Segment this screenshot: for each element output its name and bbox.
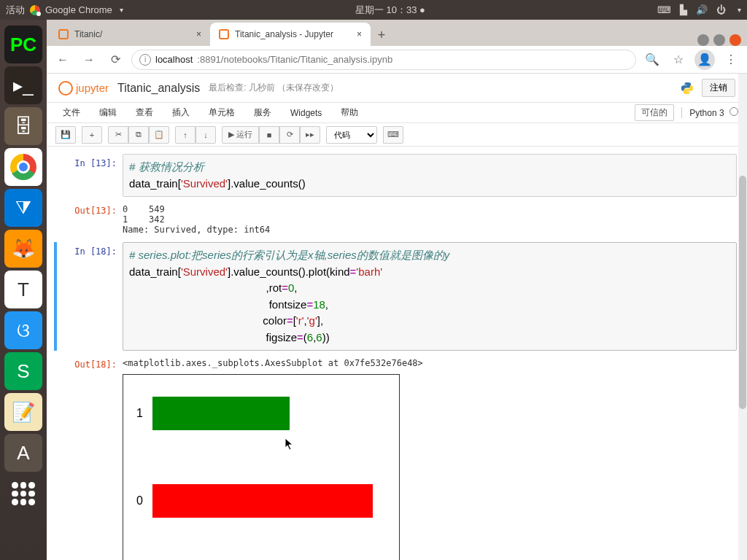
tab-titanic-folder[interactable]: Titanic/ × [50, 23, 210, 46]
kernel-name[interactable]: Python 3 [681, 107, 738, 118]
close-icon[interactable]: × [196, 29, 201, 39]
chrome-icon-small [29, 4, 41, 16]
back-button[interactable]: ← [53, 50, 73, 70]
volume-icon[interactable]: 🔊 [696, 4, 708, 15]
tab-label: Titanic_analysis - Jupyter [235, 29, 333, 39]
launcher-texteditor[interactable]: T [4, 271, 42, 308]
save-button[interactable]: 💾 [55, 126, 76, 144]
svg-point-0 [684, 83, 685, 84]
settings-icon[interactable]: ▾ [738, 6, 741, 14]
clock-label[interactable]: 星期一 10：33 [355, 4, 417, 15]
jupyter-icon [219, 29, 229, 39]
profile-icon[interactable]: 👤 [694, 50, 715, 70]
jupyter-menubar: 文件 编辑 查看 插入 单元格 服务 Widgets 帮助 可信的 Python… [47, 103, 747, 123]
notebook-container: In [13]: # 获救情况分析 data_train['Survived']… [47, 147, 747, 560]
jupyter-logo[interactable]: jupyter [58, 81, 109, 96]
restart-run-button[interactable]: ▸▸ [300, 126, 320, 144]
paste-button[interactable]: 📋 [149, 126, 169, 144]
jupyter-page: jupyter Titanic_analysis 最后检查: 几秒前 （未保存改… [47, 74, 747, 560]
launcher: PC ▸_ 🗄 ⧩ 🦊 T ଓ S 📝 A [0, 20, 47, 560]
tab-titanic-analysis[interactable]: Titanic_analysis - Jupyter × [210, 23, 371, 46]
cut-button[interactable]: ✂ [108, 126, 128, 144]
menu-help[interactable]: 帮助 [333, 104, 365, 122]
in-prompt: In [18]: [57, 242, 123, 351]
move-down-button[interactable]: ↓ [196, 126, 216, 144]
checkpoint-label: 最后检查: 几秒前 （未保存改变） [209, 82, 338, 94]
scrollbar-thumb[interactable] [739, 176, 746, 409]
run-button[interactable]: ▶ 运行 [222, 126, 259, 144]
lang-icon[interactable]: ⌨ [657, 4, 671, 15]
jupyter-icon [58, 29, 69, 39]
out-prompt: Out[18]: [57, 355, 123, 560]
activities-label[interactable]: 活动 [6, 4, 25, 17]
move-up-button[interactable]: ↑ [175, 126, 196, 144]
forward-button[interactable]: → [79, 50, 99, 70]
in-prompt: In [13]: [57, 154, 123, 197]
notebook-title[interactable]: Titanic_analysis [117, 82, 200, 95]
code-editor[interactable]: # 获救情况分析 data_train['Survived'].value_co… [123, 154, 737, 197]
launcher-terminal[interactable]: ▸_ [4, 66, 42, 104]
url-input[interactable]: i localhost:8891/notebooks/Titanic/Titan… [131, 50, 636, 70]
close-icon[interactable]: × [357, 29, 362, 39]
add-cell-button[interactable]: + [82, 126, 102, 144]
command-palette-button[interactable]: ⌨ [383, 126, 403, 144]
network-icon[interactable]: ▙ [680, 4, 687, 15]
output-cell-18: Out[18]: <matplotlib.axes._subplots.Axes… [57, 355, 737, 560]
launcher-apps[interactable] [4, 475, 42, 513]
new-tab-button[interactable]: + [371, 24, 392, 46]
menu-edit[interactable]: 编辑 [92, 104, 124, 122]
bookmark-icon[interactable]: ☆ [668, 50, 689, 70]
menu-insert[interactable]: 插入 [165, 104, 197, 122]
launcher-pycharm[interactable]: PC [4, 26, 42, 63]
chrome-window: Titanic/ × Titanic_analysis - Jupyter × … [47, 20, 747, 560]
svg-point-1 [689, 92, 690, 93]
url-host: localhost [155, 54, 193, 65]
launcher-update[interactable]: A [4, 434, 42, 472]
scrollbar[interactable] [738, 74, 747, 560]
out-prompt: Out[13]: [57, 201, 123, 238]
minimize-button[interactable] [697, 34, 709, 46]
menu-file[interactable]: 文件 [55, 104, 88, 122]
jupyter-toolbar: 💾 + ✂ ⧉ 📋 ↑ ↓ ▶ 运行 ■ ⟳ ▸▸ 代码 ⌨ [47, 123, 747, 147]
menu-kernel[interactable]: 服务 [247, 104, 279, 122]
tab-label: Titanic/ [74, 29, 102, 39]
reload-button[interactable]: ⟳ [105, 50, 125, 70]
search-icon[interactable]: 🔍 [642, 50, 662, 70]
bar-1 [152, 397, 290, 430]
close-window-button[interactable] [729, 34, 741, 46]
copy-button[interactable]: ⧉ [128, 126, 149, 144]
output-cell-13: Out[13]: 0 549 1 342 Name: Survived, dty… [57, 201, 737, 238]
code-cell-18[interactable]: In [18]: # series.plot:把series的行索引认为是x轴,… [54, 242, 737, 351]
launcher-wps[interactable]: S [4, 352, 42, 390]
site-info-icon[interactable]: i [139, 54, 151, 66]
menu-cell[interactable]: 单元格 [201, 104, 242, 122]
launcher-files[interactable]: 🗄 [4, 107, 42, 145]
menu-icon[interactable]: ⋮ [721, 50, 741, 70]
launcher-notes[interactable]: 📝 [4, 393, 42, 431]
menu-widgets[interactable]: Widgets [283, 105, 329, 121]
bar-0 [152, 484, 373, 518]
launcher-chrome[interactable] [4, 148, 42, 186]
logout-button[interactable]: 注销 [702, 79, 735, 97]
code-cell-13[interactable]: In [13]: # 获救情况分析 data_train['Survived']… [57, 154, 737, 197]
interrupt-button[interactable]: ■ [259, 126, 279, 144]
ytick-label: 0 [136, 494, 143, 508]
current-app-label[interactable]: Google Chrome [45, 4, 112, 15]
ytick-label: 1 [136, 407, 143, 420]
tab-strip: Titanic/ × Titanic_analysis - Jupyter × … [47, 20, 747, 46]
jupyter-header: jupyter Titanic_analysis 最后检查: 几秒前 （未保存改… [47, 74, 747, 103]
trusted-badge[interactable]: 可信的 [635, 104, 674, 121]
launcher-vscode[interactable]: ⧩ [4, 189, 42, 227]
maximize-button[interactable] [713, 34, 725, 46]
output-repr: <matplotlib.axes._subplots.AxesSubplot a… [123, 355, 737, 371]
code-editor[interactable]: # series.plot:把series的行索引认为是x轴,series的数值… [123, 242, 737, 351]
cell-type-select[interactable]: 代码 [326, 126, 377, 144]
menu-view[interactable]: 查看 [128, 104, 160, 122]
address-bar: ← → ⟳ i localhost:8891/notebooks/Titanic… [47, 46, 747, 74]
launcher-firefox[interactable]: 🦊 [4, 230, 42, 268]
restart-button[interactable]: ⟳ [279, 126, 300, 144]
kernel-status-icon [729, 107, 738, 116]
launcher-utility[interactable]: ଓ [4, 311, 42, 349]
barh-chart: 01100200300400500 [123, 374, 400, 560]
power-icon[interactable]: ⏻ [716, 4, 726, 15]
